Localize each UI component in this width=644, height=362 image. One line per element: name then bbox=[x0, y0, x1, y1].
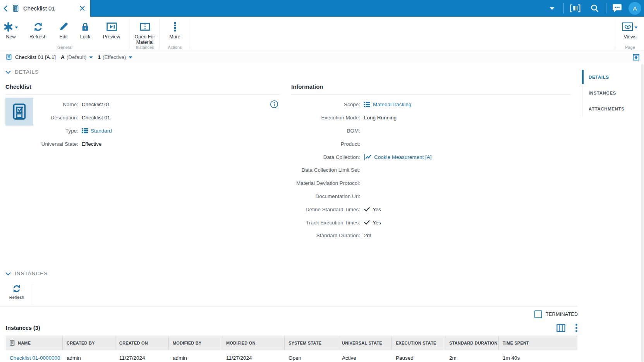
cell-execution-state: Paused bbox=[392, 350, 445, 362]
lock-icon bbox=[81, 21, 89, 33]
eye-views-icon bbox=[622, 22, 633, 31]
instances-table: NAME CREATED BY CREATED ON MODIFIED BY M… bbox=[6, 336, 577, 362]
field-label: Data Collection Limit Set: bbox=[291, 167, 360, 173]
field-scope: Scope: MaterialTracking bbox=[291, 98, 571, 111]
instances-table-titlebar: Instances (3) bbox=[6, 323, 577, 333]
instances-table-title: Instances (3) bbox=[6, 325, 40, 331]
refresh-icon bbox=[33, 21, 43, 33]
column-label: CREATED ON bbox=[119, 341, 148, 345]
preview-button-label: Preview bbox=[103, 34, 120, 40]
field-label: Documentation Url: bbox=[291, 193, 360, 199]
chevron-down-icon bbox=[5, 71, 11, 74]
column-header-created-on[interactable]: CREATED ON bbox=[115, 336, 169, 350]
instances-section-title: INSTANCES bbox=[15, 271, 48, 276]
data-collection-link[interactable]: Cookie Measurement [A] bbox=[374, 154, 432, 160]
nav-item-details[interactable]: DETAILS bbox=[582, 69, 644, 85]
field-data-collection: Data Collection: Cookie Measurement [A] bbox=[291, 150, 571, 164]
field-execution-mode: Execution Mode: Long Running bbox=[291, 111, 571, 124]
revision-state: (Effective) bbox=[103, 54, 126, 60]
info-icon[interactable] bbox=[270, 100, 278, 109]
document-tab[interactable]: Checklist 01 bbox=[0, 0, 90, 17]
instance-name-link[interactable]: Checklist 01-0000000 bbox=[10, 355, 60, 361]
pencil-icon bbox=[59, 21, 68, 33]
kebab-menu-icon[interactable] bbox=[575, 324, 577, 332]
terminated-checkbox[interactable] bbox=[534, 310, 542, 318]
instances-section-header[interactable]: INSTANCES bbox=[5, 271, 48, 276]
version-selector[interactable]: A (Default) bbox=[61, 54, 93, 60]
column-label: EXECUTION STATE bbox=[396, 341, 436, 345]
field-description: Description: Checklist 01 bbox=[5, 111, 280, 124]
column-label: NAME bbox=[18, 341, 31, 345]
cell-standard-duration: 2m bbox=[445, 350, 499, 362]
column-chooser-icon[interactable] bbox=[556, 324, 565, 332]
list-icon bbox=[82, 128, 88, 134]
ribbon-group-label-general: General bbox=[0, 45, 130, 50]
column-header-time-spent[interactable]: TIME SPENT bbox=[499, 336, 577, 350]
information-panel: Information Scope: MaterialTracking Exec… bbox=[291, 83, 571, 95]
details-section-title: DETAILS bbox=[15, 69, 39, 75]
column-header-universal-state[interactable]: UNIVERSAL STATE bbox=[338, 336, 392, 350]
breadcrumb-title: Checklist 01 [A.1] bbox=[15, 54, 56, 60]
column-label: STANDARD DURATION bbox=[449, 341, 498, 345]
field-define-standard-times: Define Standard Times: Yes bbox=[291, 203, 571, 216]
column-header-modified-on[interactable]: MODIFIED ON bbox=[222, 336, 285, 350]
ribbon-group-label-page: Page bbox=[616, 45, 644, 50]
field-label: Define Standard Times: bbox=[291, 207, 360, 212]
field-value: Checklist 01 bbox=[82, 102, 110, 107]
field-value: Long Running bbox=[364, 115, 397, 121]
details-section-header[interactable]: DETAILS bbox=[5, 69, 39, 75]
checklist-icon bbox=[6, 53, 12, 60]
close-icon[interactable] bbox=[80, 6, 85, 11]
check-icon bbox=[364, 207, 370, 212]
nav-item-instances[interactable]: INSTANCES bbox=[582, 85, 644, 101]
cell-universal-state: Active bbox=[338, 350, 392, 362]
topbar-caret-down-icon[interactable] bbox=[550, 0, 555, 17]
nav-item-attachments[interactable]: ATTACHMENTS bbox=[582, 101, 644, 117]
ribbon-group-instances: Open For Material Instances bbox=[130, 17, 160, 51]
checklist-icon bbox=[13, 5, 19, 12]
refresh-button-label: Refresh bbox=[29, 34, 46, 40]
column-header-standard-duration[interactable]: STANDARD DURATION bbox=[445, 336, 499, 350]
check-icon bbox=[364, 220, 370, 225]
ribbon-toolbar: New Refresh bbox=[0, 17, 644, 51]
field-label: BOM: bbox=[291, 128, 360, 134]
information-panel-title: Information bbox=[291, 83, 571, 95]
scope-link[interactable]: MaterialTracking bbox=[373, 102, 411, 107]
ribbon-group-label-instances: Instances bbox=[130, 45, 160, 50]
collapse-panel-icon[interactable] bbox=[633, 54, 639, 60]
field-documentation-url: Documentation Url: bbox=[291, 190, 571, 203]
user-avatar[interactable]: A bbox=[629, 2, 641, 15]
column-header-execution-state[interactable]: EXECUTION STATE bbox=[392, 336, 445, 350]
vertical-scrollbar[interactable] bbox=[641, 64, 644, 362]
instances-refresh-button[interactable]: Refresh bbox=[5, 284, 28, 300]
column-header-name[interactable]: NAME bbox=[6, 336, 63, 350]
chat-icon[interactable] bbox=[612, 0, 622, 17]
topbar-divider bbox=[563, 3, 564, 14]
checklist-thumbnail bbox=[5, 98, 33, 126]
field-name: Name: Checklist 01 bbox=[5, 98, 280, 111]
nav-item-label: INSTANCES bbox=[589, 91, 616, 95]
revision-selector[interactable]: 1 (Effective) bbox=[98, 54, 132, 60]
section-nav: DETAILS INSTANCES ATTACHMENTS bbox=[582, 69, 644, 117]
list-icon bbox=[364, 102, 370, 107]
ribbon-group-actions: More Actions bbox=[160, 17, 190, 51]
back-chevron-icon[interactable] bbox=[3, 5, 8, 12]
type-link[interactable]: Standard bbox=[91, 128, 112, 134]
column-header-system-state[interactable]: SYSTEM STATE bbox=[285, 336, 338, 350]
caret-down-icon bbox=[15, 26, 18, 29]
caret-down-icon bbox=[89, 56, 93, 59]
field-label: Material Deviation Protocol: bbox=[291, 180, 360, 186]
search-icon[interactable] bbox=[591, 0, 599, 17]
column-header-created-by[interactable]: CREATED BY bbox=[63, 336, 115, 350]
ribbon-divider bbox=[190, 19, 190, 49]
column-header-modified-by[interactable]: MODIFIED BY bbox=[169, 336, 222, 350]
preview-icon bbox=[106, 21, 117, 33]
barcode-icon[interactable] bbox=[570, 0, 580, 17]
terminated-filter: TERMINATED bbox=[534, 310, 578, 318]
nav-item-label: DETAILS bbox=[589, 75, 609, 79]
checklist-icon bbox=[10, 340, 15, 346]
field-label: Scope: bbox=[291, 102, 360, 107]
cell-modified-on: 11/27/2024 bbox=[222, 350, 285, 362]
field-type: Type: Standard bbox=[5, 124, 280, 138]
edit-button-label: Edit bbox=[59, 34, 68, 40]
